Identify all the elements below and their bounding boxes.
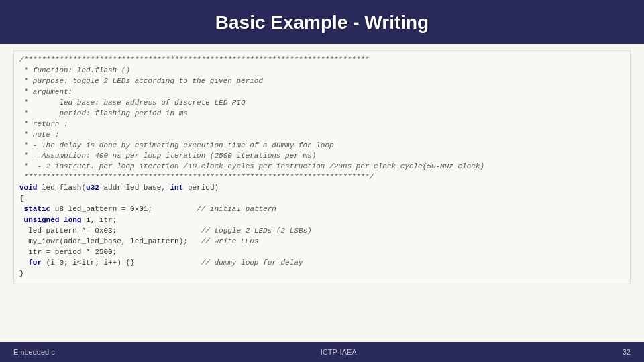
comment-write: // write LEDs: [201, 237, 259, 245]
kw-void: void: [19, 184, 37, 192]
title-bar: Basic Example - Writing: [0, 0, 644, 44]
comment-initial: // initial pattern: [197, 205, 276, 213]
comment-loop: // dummy loop for delay: [201, 259, 303, 267]
footer: Embedded c ICTP-IAEA 32: [0, 342, 644, 362]
footer-right: 32: [623, 348, 631, 356]
kw-u32: u32: [86, 184, 99, 192]
kw-static: static: [24, 205, 51, 213]
comment-toggle: // toggle 2 LEDs (2 LSBs): [201, 227, 312, 235]
footer-center: ICTP-IAEA: [321, 348, 357, 356]
slide-title: Basic Example - Writing: [215, 12, 429, 33]
code-block: /***************************************…: [13, 50, 631, 284]
kw-for: for: [28, 259, 42, 267]
kw-long: long: [64, 216, 81, 224]
footer-left: Embedded c: [13, 348, 55, 356]
kw-int: int: [170, 184, 183, 192]
kw-unsigned: unsigned: [24, 216, 60, 224]
comment-line-1: /***************************************…: [19, 56, 484, 181]
content-area: /***************************************…: [0, 44, 644, 342]
slide: Basic Example - Writing /***************…: [0, 0, 644, 362]
